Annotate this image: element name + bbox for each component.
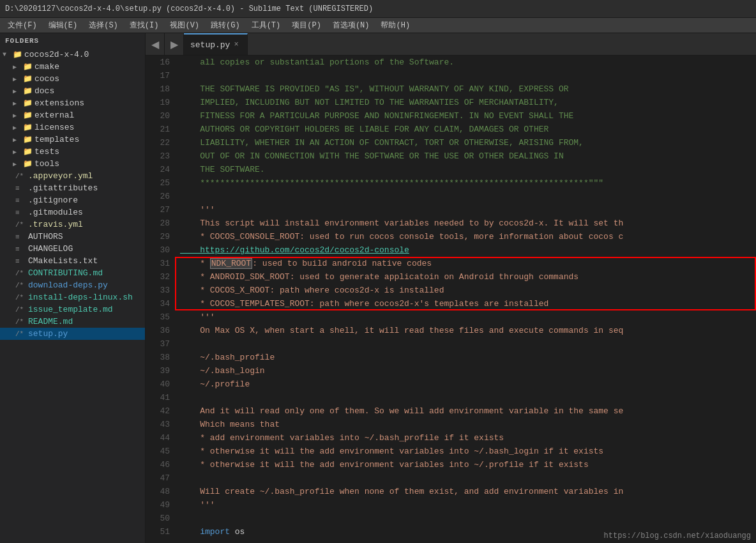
line-number: 37 <box>146 337 170 351</box>
sidebar-file-cmakelists[interactable]: ≡ CMakeLists.txt <box>0 255 145 267</box>
title-text: D:\20201127\cocos2d-x-4.0\setup.py (coco… <box>5 4 373 13</box>
code-line: * COCOS_X_ROOT: path where cocos2d-x is … <box>180 284 756 297</box>
sidebar-file-contributing[interactable]: /* CONTRIBUTING.md <box>0 267 145 279</box>
sidebar-item-extensions[interactable]: ▶ 📁 extensions <box>0 97 145 109</box>
file-label: .appveyor.yml <box>28 171 145 181</box>
code-line: * otherwise it will the add environment … <box>180 458 756 471</box>
code-line: This script will install environment var… <box>180 217 756 230</box>
folder-label: licenses <box>34 123 145 132</box>
file-icon: /* <box>15 172 28 180</box>
file-label: issue_template.md <box>28 305 145 314</box>
folder-icon: 📁 <box>23 86 34 96</box>
sidebar-file-install-deps[interactable]: /* install-deps-linux.sh <box>0 291 145 303</box>
code-line: On Max OS X, when start a shell, it will… <box>180 324 756 337</box>
line-numbers: 1617181920212223242526272829303132333435… <box>146 56 175 543</box>
code-area[interactable]: all copies or substantial portions of th… <box>175 56 756 539</box>
arrow-icon: ▼ <box>3 51 13 58</box>
sidebar-item-tests[interactable]: ▶ 📁 tests <box>0 146 145 158</box>
sidebar-item-external[interactable]: ▶ 📁 external <box>0 109 145 121</box>
folder-icon: 📁 <box>23 135 34 144</box>
tab-close-button[interactable]: × <box>234 40 238 49</box>
menu-select[interactable]: 选择(S) <box>84 19 123 32</box>
sidebar-root-folder[interactable]: ▼ 📁 cocos2d-x-4.0 <box>0 49 145 61</box>
line-number: 21 <box>146 123 170 136</box>
code-line <box>180 512 756 525</box>
code-line: Will create ~/.bash_profile when none of… <box>180 485 756 498</box>
sidebar-file-authors[interactable]: ≡ AUTHORS <box>0 231 145 243</box>
arrow-icon: ▶ <box>13 136 23 144</box>
menu-project[interactable]: 项目(P) <box>287 19 326 32</box>
line-number: 45 <box>146 445 170 458</box>
arrow-icon: ▶ <box>13 124 23 132</box>
sidebar-file-gitmodules[interactable]: ≡ .gitmodules <box>0 206 145 218</box>
line-number: 34 <box>146 297 170 310</box>
sidebar-item-docs[interactable]: ▶ 📁 docs <box>0 85 145 97</box>
code-line <box>180 69 756 82</box>
sidebar-file-readme[interactable]: /* README.md <box>0 316 145 328</box>
sidebar: FOLDERS ▼ 📁 cocos2d-x-4.0 ▶ 📁 cmake ▶ 📁 … <box>0 33 146 543</box>
sidebar-file-appveyor[interactable]: /* .appveyor.yml <box>0 170 145 182</box>
folder-icon: 📁 <box>23 62 34 72</box>
line-number: 50 <box>146 512 170 525</box>
folder-label: cocos <box>34 74 145 84</box>
sidebar-item-licenses[interactable]: ▶ 📁 licenses <box>0 121 145 134</box>
code-line: THE SOFTWARE. <box>180 163 756 176</box>
tab-nav-left[interactable]: ◀ <box>146 33 165 55</box>
folder-label: extensions <box>34 98 145 108</box>
line-number: 44 <box>146 431 170 445</box>
sidebar-file-changelog[interactable]: ≡ CHANGELOG <box>0 243 145 255</box>
file-label: README.md <box>28 317 145 326</box>
file-icon: /* <box>15 318 28 326</box>
menu-find[interactable]: 查找(I) <box>125 19 164 32</box>
line-number: 33 <box>146 284 170 297</box>
arrow-icon: ▶ <box>13 75 23 83</box>
line-number: 43 <box>146 418 170 431</box>
code-line: * add environment variables into ~/.bash… <box>180 431 756 445</box>
folder-label: cmake <box>34 62 145 72</box>
file-label: .gitignore <box>28 195 145 205</box>
sidebar-item-tools[interactable]: ▶ 📁 tools <box>0 158 145 170</box>
file-icon: /* <box>15 294 28 302</box>
tab-filename: setup.py <box>190 40 230 50</box>
line-number: 42 <box>146 404 170 418</box>
line-number: 23 <box>146 149 170 163</box>
code-line: ''' <box>180 310 756 324</box>
line-number: 29 <box>146 230 170 243</box>
file-label: CMakeLists.txt <box>28 256 145 266</box>
tab-nav-right[interactable]: ▶ <box>165 33 184 55</box>
code-line: ''' <box>180 203 756 217</box>
arrow-icon: ▶ <box>13 148 23 156</box>
folder-label: tools <box>34 159 145 169</box>
menu-prefs[interactable]: 首选项(N) <box>328 19 375 32</box>
tab-setup-py[interactable]: setup.py × <box>184 33 248 55</box>
menu-goto[interactable]: 跳转(G) <box>206 19 245 32</box>
file-icon: /* <box>15 330 28 338</box>
line-number: 30 <box>146 243 170 257</box>
code-wrapper[interactable]: all copies or substantial portions of th… <box>175 56 756 543</box>
menu-view[interactable]: 视图(V) <box>165 19 204 32</box>
sidebar-file-download-deps[interactable]: /* download-deps.py <box>0 279 145 291</box>
file-icon: ≡ <box>15 245 28 253</box>
menu-edit[interactable]: 编辑(E) <box>43 19 83 32</box>
file-label: .gitattributes <box>28 183 145 193</box>
arrow-icon: ▶ <box>13 100 23 107</box>
code-line: FITNESS FOR A PARTICULAR PURPOSE AND NON… <box>180 109 756 123</box>
sidebar-file-issue-template[interactable]: /* issue_template.md <box>0 303 145 316</box>
menu-file[interactable]: 文件(F) <box>3 19 42 32</box>
sidebar-file-travis[interactable]: /* .travis.yml <box>0 218 145 231</box>
code-line: * COCOS_TEMPLATES_ROOT: path where cocos… <box>180 297 756 310</box>
sidebar-item-cmake[interactable]: ▶ 📁 cmake <box>0 61 145 73</box>
file-label: setup.py <box>28 329 145 339</box>
line-number: 36 <box>146 324 170 337</box>
folder-icon: 📁 <box>13 50 24 59</box>
sidebar-file-gitattributes[interactable]: ≡ .gitattributes <box>0 182 145 194</box>
line-number: 16 <box>146 56 170 69</box>
sidebar-item-cocos[interactable]: ▶ 📁 cocos <box>0 73 145 85</box>
code-line: THE SOFTWARE IS PROVIDED "AS IS", WITHOU… <box>180 82 756 96</box>
line-number: 39 <box>146 364 170 378</box>
sidebar-file-gitignore[interactable]: ≡ .gitignore <box>0 194 145 206</box>
sidebar-file-setup[interactable]: /* setup.py <box>0 328 145 340</box>
menu-help[interactable]: 帮助(H) <box>375 19 415 32</box>
menu-tools[interactable]: 工具(T) <box>246 19 286 32</box>
sidebar-item-templates[interactable]: ▶ 📁 templates <box>0 134 145 146</box>
